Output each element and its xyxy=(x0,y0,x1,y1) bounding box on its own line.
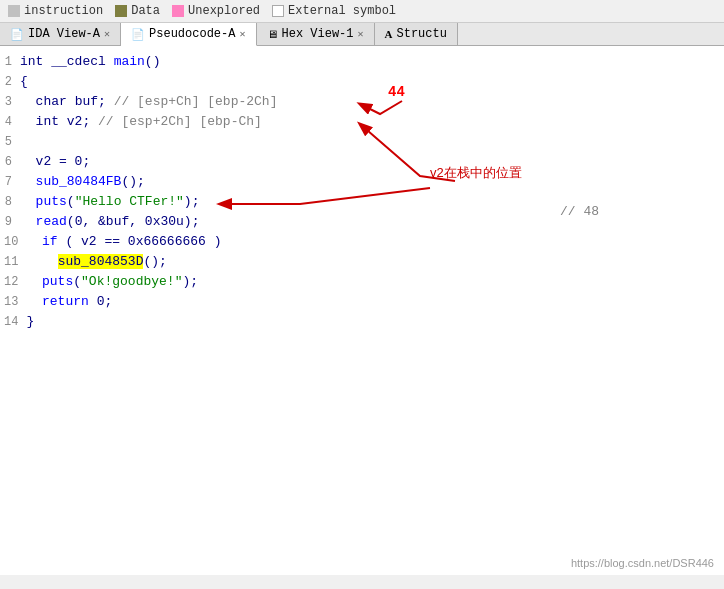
line-num-9: 9 xyxy=(0,212,20,232)
tab-icon-pseudo: 📄 xyxy=(131,28,145,41)
line-content-2: { xyxy=(20,72,724,92)
line-num-1: 1 xyxy=(0,52,20,72)
fn-main: main xyxy=(114,54,145,69)
line-num-5: 5 xyxy=(0,132,20,152)
line-content-14: } xyxy=(26,312,724,332)
line-content-8: puts("Hello CTFer!"); xyxy=(20,192,724,212)
tab-close-hex[interactable]: ✕ xyxy=(358,28,364,40)
tab-label-structu: Structu xyxy=(397,27,447,41)
legend-bar: instruction Data Unexplored External sym… xyxy=(0,0,724,23)
legend-label-external: External symbol xyxy=(288,4,396,18)
line-content-12: puts("Ok!goodbye!"); xyxy=(26,272,724,292)
line-num-13: 13 xyxy=(0,292,26,312)
line-num-7: 7 xyxy=(0,172,20,192)
line-num-14: 14 xyxy=(0,312,26,332)
line-content-3: char buf; // [esp+Ch] [ebp-2Ch] xyxy=(20,92,724,112)
code-line-9: 9 read(0, &buf, 0x30u); xyxy=(0,212,724,232)
tab-label-hex: Hex View-1 xyxy=(282,27,354,41)
comment-48: // 48 xyxy=(560,204,599,219)
code-line-11: 11 sub_804853D(); xyxy=(0,252,724,272)
annotation-44: 44 xyxy=(388,84,405,100)
line-content-13: return 0; xyxy=(26,292,724,312)
legend-box-unexplored xyxy=(172,5,184,17)
line-content-4: int v2; // [esp+2Ch] [ebp-Ch] xyxy=(20,112,724,132)
tab-structu[interactable]: A Structu xyxy=(375,23,458,45)
highlighted-fn: sub_804853D xyxy=(58,254,144,269)
tab-bar: 📄 IDA View-A ✕ 📄 Pseudocode-A ✕ 🖥 Hex Vi… xyxy=(0,23,724,46)
line-num-6: 6 xyxy=(0,152,20,172)
tab-icon-hex: 🖥 xyxy=(267,28,278,41)
code-line-12: 12 puts("Ok!goodbye!"); xyxy=(0,272,724,292)
code-line-10: 10 if ( v2 == 0x66666666 ) xyxy=(0,232,724,252)
legend-box-instruction xyxy=(8,5,20,17)
line-num-11: 11 xyxy=(0,252,26,272)
legend-box-data xyxy=(115,5,127,17)
code-line-2: 2 { xyxy=(0,72,724,92)
tab-icon-ida: 📄 xyxy=(10,28,24,41)
tab-icon-structu: A xyxy=(385,28,393,40)
legend-box-external xyxy=(272,5,284,17)
annotation-chinese: v2在栈中的位置 xyxy=(430,164,522,182)
watermark: https://blog.csdn.net/DSR446 xyxy=(571,557,714,569)
code-line-8: 8 puts("Hello CTFer!"); xyxy=(0,192,724,212)
keyword-int: int xyxy=(20,54,43,69)
code-line-13: 13 return 0; xyxy=(0,292,724,312)
code-line-5: 5 xyxy=(0,132,724,152)
tab-label-pseudo: Pseudocode-A xyxy=(149,27,235,41)
tab-pseudocode-a[interactable]: 📄 Pseudocode-A ✕ xyxy=(121,23,256,46)
line-num-2: 2 xyxy=(0,72,20,92)
line-num-3: 3 xyxy=(0,92,20,112)
line-num-10: 10 xyxy=(0,232,26,252)
legend-data: Data xyxy=(115,4,160,18)
line-content-11: sub_804853D(); xyxy=(26,252,724,272)
tab-hex-view-1[interactable]: 🖥 Hex View-1 ✕ xyxy=(257,23,375,45)
code-line-3: 3 char buf; // [esp+Ch] [ebp-2Ch] xyxy=(0,92,724,112)
code-line-7: 7 sub_80484FB(); xyxy=(0,172,724,192)
code-line-4: 4 int v2; // [esp+2Ch] [ebp-Ch] xyxy=(0,112,724,132)
tab-label-ida: IDA View-A xyxy=(28,27,100,41)
line-content-9: read(0, &buf, 0x30u); xyxy=(20,212,724,232)
line-content-7: sub_80484FB(); xyxy=(20,172,724,192)
legend-label-instruction: instruction xyxy=(24,4,103,18)
keyword-cdecl: __cdecl xyxy=(51,54,106,69)
code-area: 1 int __cdecl main() 2 { 3 char buf; // … xyxy=(0,46,724,575)
legend-instruction: instruction xyxy=(8,4,103,18)
legend-external: External symbol xyxy=(272,4,396,18)
line-num-4: 4 xyxy=(0,112,20,132)
legend-label-data: Data xyxy=(131,4,160,18)
tab-close-ida[interactable]: ✕ xyxy=(104,28,110,40)
line-num-12: 12 xyxy=(0,272,26,292)
line-content-1: int __cdecl main() xyxy=(20,52,724,72)
line-content-10: if ( v2 == 0x66666666 ) xyxy=(26,232,724,252)
code-line-14: 14 } xyxy=(0,312,724,332)
tab-close-pseudo[interactable]: ✕ xyxy=(239,28,245,40)
line-content-6: v2 = 0; xyxy=(20,152,724,172)
tab-ida-view-a[interactable]: 📄 IDA View-A ✕ xyxy=(0,23,121,45)
legend-unexplored: Unexplored xyxy=(172,4,260,18)
code-line-1: 1 int __cdecl main() xyxy=(0,52,724,72)
legend-label-unexplored: Unexplored xyxy=(188,4,260,18)
code-line-6: 6 v2 = 0; xyxy=(0,152,724,172)
line-num-8: 8 xyxy=(0,192,20,212)
